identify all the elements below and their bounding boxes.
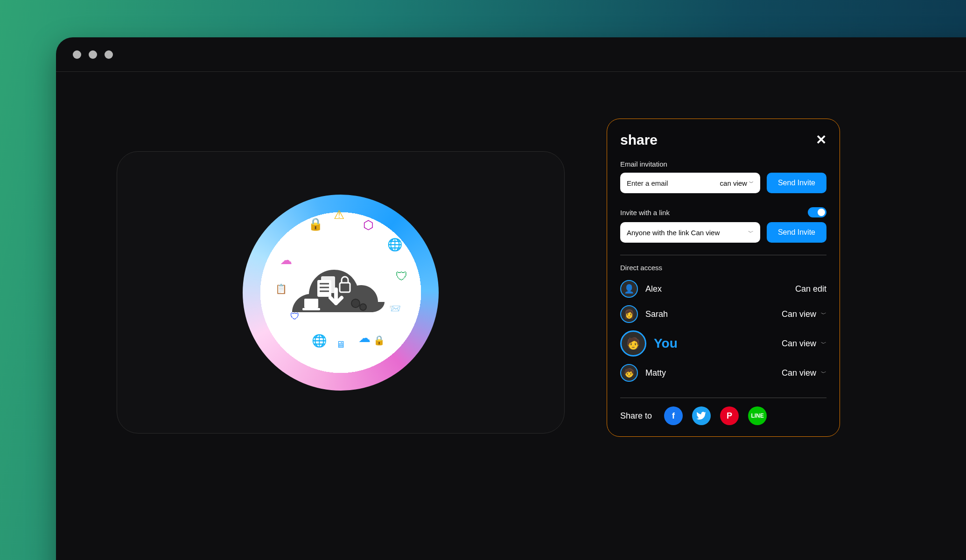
twitter-icon[interactable] [692,406,711,425]
shield-blue-icon: 🛡 [290,311,300,322]
share-title: share [620,132,658,148]
email-permission-select[interactable]: can view ﹀ [720,179,754,187]
access-permission-select[interactable]: Can view ﹀ [782,368,826,378]
email-invitation-label: Email invitation [620,160,826,168]
avatar: 🧑 [620,330,646,357]
mail-icon: 📨 [389,303,401,314]
access-name: Alex [645,284,662,294]
email-placeholder: Enter a email [627,179,720,187]
facebook-icon[interactable]: f [664,406,683,425]
avatar: 👩 [620,305,638,323]
access-row: 👩 Sarah Can view ﹀ [620,301,826,327]
line-icon[interactable]: LINE [748,406,767,425]
send-invite-email-button[interactable]: Send Invite [767,173,826,193]
cloud-left-icon: ☁ [280,253,292,267]
lock-icon: 🔒 [308,217,323,231]
list-icon: 📋 [275,283,287,294]
access-permission-select[interactable]: Can view ﹀ [782,309,826,319]
sync-icon: 🌐 [387,238,402,252]
invite-link-toggle[interactable] [808,207,826,217]
access-permission-select[interactable]: Can view ﹀ [782,339,826,349]
chevron-down-icon: ﹀ [821,310,826,318]
window-body: ⚠ 🔒 ⬡ 🌐 ☁ 🛡 📋 🛡 📨 🌐 🖥 ☁ 🔒 share ✕ [56,72,966,560]
access-row: 🧒 Matty Can view ﹀ [620,360,826,385]
avatar: 🧒 [620,364,638,382]
share-to-label: Share to [620,411,652,421]
monitor-icon: 🖥 [336,339,345,350]
share-panel: share ✕ Email invitation Enter a email c… [607,119,840,437]
pinterest-icon[interactable]: P [720,406,739,425]
cloud-icon [285,262,397,323]
titlebar [56,37,966,72]
divider [620,255,826,255]
close-icon[interactable]: ✕ [816,133,826,147]
send-invite-link-button[interactable]: Send Invite [767,222,826,243]
hex-icon: ⬡ [363,218,374,232]
access-row: 👤 Alex Can edit [620,276,826,301]
content-preview-card: ⚠ 🔒 ⬡ 🌐 ☁ 🛡 📋 🛡 📨 🌐 🖥 ☁ 🔒 [117,151,565,434]
divider [620,398,826,398]
avatar: 👤 [620,280,638,298]
traffic-light-minimize[interactable] [89,50,97,59]
chevron-down-icon: ﹀ [821,340,826,348]
email-permission-value: can view [720,179,747,187]
link-permission-value: Anyone with the link Can view [627,229,720,237]
email-input[interactable]: Enter a email can view ﹀ [620,173,760,193]
cloud-lock-icon: ☁ [358,331,371,345]
invite-link-label: Invite with a link [620,209,670,217]
warning-icon: ⚠ [334,208,344,222]
access-permission[interactable]: Can edit [795,284,826,294]
access-name: Matty [645,368,666,378]
shield-green-icon: 🛡 [396,269,408,284]
svg-point-8 [351,299,360,308]
svg-rect-7 [302,308,320,310]
direct-access-label: Direct access [620,264,826,272]
svg-rect-1 [317,280,331,297]
app-window: ⚠ 🔒 ⬡ 🌐 ☁ 🛡 📋 🛡 📨 🌐 🖥 ☁ 🔒 share ✕ [56,37,966,560]
cloud-security-graphic: ⚠ 🔒 ⬡ 🌐 ☁ 🛡 📋 🛡 📨 🌐 🖥 ☁ 🔒 [243,195,439,391]
access-name: Sarah [645,309,668,319]
access-row: 🧑 You Can view ﹀ [620,327,826,360]
chevron-down-icon: ﹀ [821,369,826,377]
traffic-light-zoom[interactable] [105,50,113,59]
small-lock-icon: 🔒 [373,335,385,346]
svg-rect-6 [304,299,318,308]
svg-point-9 [360,304,366,310]
traffic-light-close[interactable] [73,50,81,59]
chevron-down-icon: ﹀ [748,229,754,237]
globe-icon: 🌐 [312,334,327,348]
access-name-you: You [654,336,678,351]
link-permission-select[interactable]: Anyone with the link Can view ﹀ [620,222,760,243]
chevron-down-icon: ﹀ [749,180,754,186]
